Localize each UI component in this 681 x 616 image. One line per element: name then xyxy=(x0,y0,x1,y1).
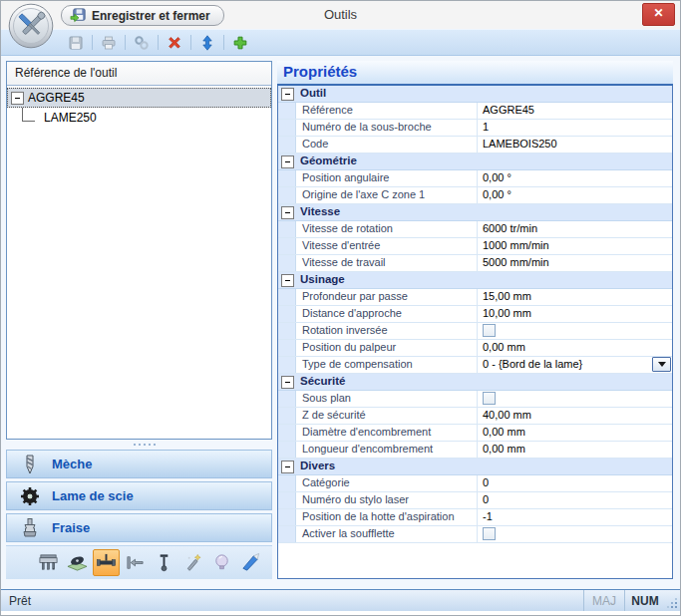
tree-item-label: LAME250 xyxy=(44,111,97,125)
property-value-field[interactable]: 0 xyxy=(478,475,672,491)
property-label: Vitesse de rotation xyxy=(296,221,478,237)
row-gutter xyxy=(278,408,296,424)
app-menu-button[interactable] xyxy=(8,3,54,49)
collapse-icon[interactable] xyxy=(281,155,294,168)
collapse-icon[interactable] xyxy=(281,461,294,473)
property-value-field[interactable]: 0,00 mm xyxy=(478,340,672,356)
row-gutter xyxy=(278,509,296,525)
titlebar[interactable]: Enregistrer et fermer Outils ✕ xyxy=(1,1,680,29)
property-value-field[interactable]: -1 xyxy=(478,509,672,525)
move-up-down-icon[interactable] xyxy=(196,33,218,53)
outils-window: Enregistrer et fermer Outils ✕ Référence… xyxy=(0,0,681,616)
row-gutter xyxy=(278,289,296,305)
link-icon[interactable] xyxy=(131,33,153,53)
property-value-field[interactable]: 6000 tr/min xyxy=(478,221,672,237)
property-value-field[interactable]: 0 xyxy=(478,492,672,508)
property-value-field[interactable]: AGGRE45 xyxy=(478,103,672,119)
property-row-numero-du-stylo-laser: Numéro du stylo laser0 xyxy=(278,492,672,509)
toolbar-separator xyxy=(92,35,93,50)
save-icon[interactable] xyxy=(65,33,87,53)
category-button-fraise[interactable]: Fraise xyxy=(6,513,272,542)
property-label: Catégorie xyxy=(296,475,478,491)
property-value-field[interactable]: 40,00 mm xyxy=(478,408,672,424)
row-gutter xyxy=(278,120,296,136)
splitter-handle[interactable] xyxy=(6,440,272,450)
property-value-text: -1 xyxy=(483,510,493,522)
category-button-meche[interactable]: Mèche xyxy=(6,450,272,478)
property-value-text: 0,00 mm xyxy=(483,426,525,438)
collapse-icon[interactable] xyxy=(281,206,294,219)
add-icon[interactable] xyxy=(229,33,251,53)
section-gutter xyxy=(278,374,296,390)
delete-icon[interactable] xyxy=(164,33,185,53)
row-gutter xyxy=(278,306,296,322)
property-value-field[interactable]: 0 - {Bord de la lame} xyxy=(478,357,672,373)
window-bottom-strip xyxy=(1,611,680,615)
property-section-geometrie: Géométrie xyxy=(278,154,672,170)
property-value-field[interactable]: 5000 mm/min xyxy=(478,255,672,271)
resize-grip[interactable] xyxy=(665,596,678,609)
horizontal-drill-icon[interactable] xyxy=(122,549,149,576)
property-row-vitesse-de-travail: Vitesse de travail5000 mm/min xyxy=(278,255,672,272)
property-value-field[interactable]: 0,00 ° xyxy=(478,187,672,203)
checkbox-unchecked-icon[interactable] xyxy=(483,527,496,540)
dropdown-arrow-icon[interactable] xyxy=(652,357,671,372)
collapse-icon[interactable] xyxy=(281,376,294,389)
section-gutter xyxy=(278,459,296,474)
row-gutter xyxy=(278,103,296,119)
vertical-tool-icon[interactable] xyxy=(151,549,177,576)
section-title: Usinage xyxy=(296,272,345,288)
close-button[interactable]: ✕ xyxy=(642,3,675,26)
property-value-field[interactable]: 0,00 mm xyxy=(478,425,672,441)
section-gutter xyxy=(278,204,296,220)
collapse-icon[interactable] xyxy=(281,274,294,287)
property-value-field[interactable]: 10,00 mm xyxy=(478,306,672,322)
property-value-field[interactable]: 15,00 mm xyxy=(478,289,672,305)
collapse-icon[interactable] xyxy=(281,88,294,101)
property-value-field[interactable] xyxy=(478,323,672,339)
main-area: Référence de l'outil AGGRE45LAME250 Mèch… xyxy=(1,56,680,589)
property-value-text: 10,00 mm xyxy=(483,307,531,319)
property-label: Profondeur par passe xyxy=(296,289,478,305)
section-gutter xyxy=(278,272,296,288)
tree-item-aggre45[interactable]: AGGRE45 xyxy=(7,88,271,108)
category-button-lame-de-scie[interactable]: Lame de scie xyxy=(6,481,272,510)
checkbox-unchecked-icon[interactable] xyxy=(483,324,496,337)
property-label: Rotation inversée xyxy=(296,323,478,339)
horizontal-aggregate-icon[interactable] xyxy=(93,549,120,576)
property-row-origine-de-l-axe-c-zone-1: Origine de l'axe C zone 10,00 ° xyxy=(278,187,672,204)
property-row-vitesse-d-entree: Vitesse d'entrée1000 mm/min xyxy=(278,238,672,255)
property-value-field[interactable]: 0,00 ° xyxy=(478,170,672,186)
property-label: Position angulaire xyxy=(296,170,478,186)
property-value-field[interactable]: 1 xyxy=(478,120,672,136)
tree-item-lame250[interactable]: LAME250 xyxy=(7,108,271,128)
row-gutter xyxy=(278,255,296,271)
print-icon[interactable] xyxy=(98,33,120,53)
property-value-field[interactable]: 0,00 mm xyxy=(478,442,672,458)
marker-icon[interactable] xyxy=(237,549,264,576)
property-value-field[interactable]: 1000 mm/min xyxy=(478,238,672,254)
property-label: Diamètre d'encombrement xyxy=(296,425,478,441)
section-title: Géométrie xyxy=(296,154,357,169)
saw-blade-icon xyxy=(19,485,41,507)
row-gutter xyxy=(278,357,296,373)
property-section-vitesse: Vitesse xyxy=(278,204,672,221)
row-gutter xyxy=(278,492,296,508)
toolbar-separator xyxy=(223,35,224,50)
section-gutter xyxy=(278,86,296,102)
property-value-field[interactable]: LAMEBOIS250 xyxy=(478,137,672,153)
property-value-field[interactable] xyxy=(478,391,672,407)
property-value-text: AGGRE45 xyxy=(483,104,534,116)
checkbox-unchecked-icon[interactable] xyxy=(483,392,496,405)
multi-drill-head-icon[interactable] xyxy=(35,549,62,576)
collapse-icon[interactable] xyxy=(11,92,24,105)
row-gutter xyxy=(278,391,296,407)
category-label: Mèche xyxy=(52,457,92,471)
property-label: Numéro de la sous-broche xyxy=(296,120,478,136)
section-gutter xyxy=(278,154,296,169)
magic-wand-icon[interactable] xyxy=(179,549,206,576)
property-value-field[interactable] xyxy=(478,526,672,542)
close-icon: ✕ xyxy=(653,6,663,20)
tilted-saw-icon[interactable] xyxy=(64,549,91,576)
bulb-icon[interactable] xyxy=(208,549,235,576)
